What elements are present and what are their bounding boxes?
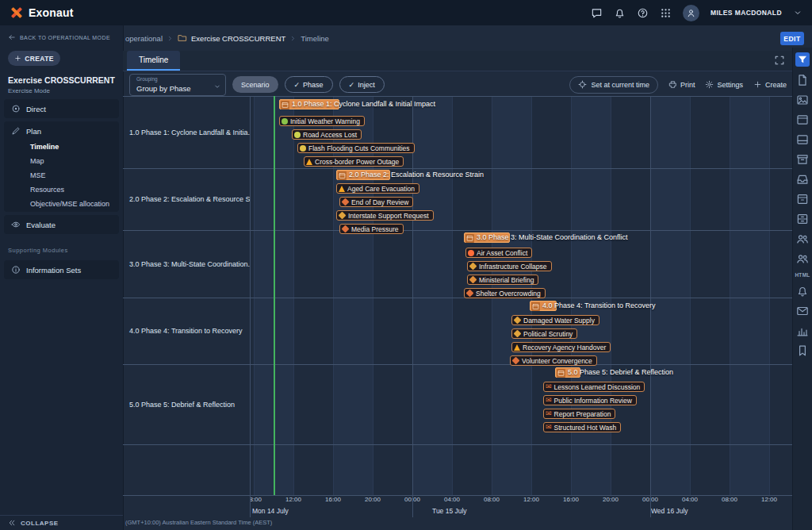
- phase-icon: [557, 369, 565, 378]
- inject-report-preparation[interactable]: ✉Report Preparation: [543, 409, 615, 419]
- inject-shelter-overcrowding[interactable]: Shelter Overcrowding: [464, 288, 546, 298]
- inject-initial-weather-warning[interactable]: Initial Weather Warning: [279, 116, 365, 126]
- sidebar-item-direct[interactable]: Direct: [4, 100, 119, 117]
- apps-grid-icon[interactable]: [660, 7, 672, 19]
- create-button[interactable]: CREATE: [8, 51, 60, 66]
- inject-cross-border-power-outage[interactable]: Cross-border Power Outage: [304, 156, 404, 167]
- image-icon[interactable]: [796, 94, 809, 106]
- notifications-bell-icon[interactable]: [614, 7, 626, 19]
- set-current-time-button[interactable]: Set at current time: [569, 76, 658, 94]
- info-icon: [11, 265, 21, 275]
- document-icon[interactable]: [796, 74, 809, 86]
- help-icon[interactable]: [637, 7, 649, 19]
- mail-icon[interactable]: [796, 305, 809, 317]
- tab-timeline[interactable]: Timeline: [127, 51, 180, 71]
- settings-button[interactable]: Settings: [705, 80, 743, 89]
- fullscreen-icon[interactable]: [774, 55, 785, 66]
- plus-icon: [753, 80, 762, 89]
- sidebar-item-map[interactable]: Map: [4, 154, 119, 168]
- warning-icon: [306, 159, 312, 165]
- inject-air-asset-conflict[interactable]: Air Asset Conflict: [465, 248, 532, 258]
- inject-political-scrutiny[interactable]: Political Scrutiny: [511, 328, 577, 339]
- inject-end-of-day-review[interactable]: End of Day Review: [339, 197, 413, 207]
- box-icon[interactable]: [796, 193, 809, 205]
- card-icon[interactable]: [796, 133, 809, 146]
- avatar[interactable]: [683, 5, 699, 21]
- inject-label: Structured Hot Wash: [554, 424, 617, 432]
- sidebar-item-plan[interactable]: Plan: [4, 122, 119, 140]
- sidebar-item-evaluate[interactable]: Evaluate: [4, 216, 119, 233]
- inject-structured-hot-wash[interactable]: ✉Structured Hot Wash: [543, 422, 621, 432]
- app-logo-text: Exonaut: [29, 6, 74, 19]
- inbox-icon[interactable]: [796, 173, 809, 186]
- inject-damaged-water-supply[interactable]: Damaged Water Supply: [511, 315, 599, 325]
- filter-chip-scenario[interactable]: Scenario: [232, 76, 278, 93]
- grid-line: [690, 96, 691, 495]
- inject-volunteer-convergence[interactable]: Volunteer Convergence: [510, 355, 597, 366]
- create-inject-button[interactable]: Create: [753, 80, 787, 89]
- chat-icon[interactable]: [591, 7, 603, 19]
- inject-label: Flash Flooding Cuts Communities: [308, 144, 410, 152]
- inject-label: Initial Weather Warning: [290, 117, 360, 125]
- inject-public-information-review[interactable]: ✉Public Information Review: [543, 395, 637, 405]
- inject-road-access-lost[interactable]: Road Access Lost: [292, 129, 362, 140]
- inject-lessons-learned-discussion[interactable]: ✉Lessons Learned Discussion: [543, 382, 645, 392]
- drawer-icon[interactable]: [796, 213, 809, 225]
- breadcrumb-root[interactable]: operational: [125, 34, 163, 43]
- inject-recovery-agency-handover[interactable]: Recovery Agency Handover: [511, 342, 611, 352]
- bookmark-icon[interactable]: [796, 344, 809, 357]
- day-stripe: [730, 96, 769, 495]
- html-icon[interactable]: HTML: [795, 272, 810, 278]
- panel-icon[interactable]: [796, 113, 809, 126]
- users-icon[interactable]: [796, 232, 809, 245]
- inject-status-icon: [282, 118, 288, 125]
- filter-chip-inject[interactable]: ✓Inject: [339, 76, 385, 93]
- inject-flash-flooding-cuts-communities[interactable]: Flash Flooding Cuts Communities: [297, 143, 415, 153]
- nav-section: Direct: [4, 99, 119, 118]
- time-tick-label: 16:00: [563, 496, 579, 503]
- inject-ministerial-briefing[interactable]: Ministerial Briefing: [467, 275, 538, 285]
- timeline-row-label: 1.0 Phase 1: Cyclone Landfall & Initia..…: [123, 96, 250, 168]
- inject-label: Lessons Learned Discussion: [554, 383, 641, 391]
- chart-icon[interactable]: [796, 325, 809, 337]
- filter-icon[interactable]: [795, 52, 810, 67]
- app: { "colors":{"accent_blue":"#2e6bd6","pha…: [0, 0, 812, 530]
- sidebar-item-resources[interactable]: Resources: [4, 182, 119, 197]
- create-label: Create: [765, 81, 787, 89]
- team-icon[interactable]: [796, 252, 809, 265]
- check-icon: ✓: [294, 81, 301, 89]
- inject-label: Air Asset Conflict: [477, 249, 527, 257]
- back-label: BACK TO OPERATIONAL MODE: [20, 35, 110, 40]
- chip-label: Inject: [358, 81, 375, 89]
- chevron-down-icon[interactable]: [793, 8, 802, 17]
- user-name[interactable]: MILES MACDONALD: [710, 9, 782, 17]
- archive-icon[interactable]: [796, 153, 809, 166]
- time-tick-label: 12:00: [523, 496, 539, 503]
- inject-label: End of Day Review: [351, 198, 408, 206]
- inject-aged-care-evacuation[interactable]: Aged Care Evacuation: [336, 183, 419, 194]
- grouping-select[interactable]: Grouping Group by Phase: [129, 74, 226, 96]
- inject-label: Media Pressure: [351, 225, 399, 233]
- filter-chip-phase[interactable]: ✓Phase: [285, 76, 333, 93]
- breadcrumb-exercise[interactable]: Exercise CROSSCURRENT: [191, 34, 285, 43]
- sidebar-item-timeline[interactable]: Timeline: [4, 140, 119, 154]
- sidebar-item-mse[interactable]: MSE: [4, 168, 119, 182]
- edit-button[interactable]: EDIT: [780, 32, 804, 45]
- print-button[interactable]: Print: [668, 80, 695, 89]
- time-tick-label: 20:00: [365, 496, 381, 503]
- phase-icon: [338, 171, 347, 180]
- sidebar-item-label: Evaluate: [26, 221, 56, 229]
- inject-interstate-support-request[interactable]: Interstate Support Request: [336, 210, 434, 221]
- inject-infrastructure-collapse[interactable]: Infrastructure Collapse: [467, 261, 552, 271]
- sidebar-nav: DirectPlanTimelineMapMSEResourcesObjecti…: [0, 99, 123, 234]
- back-to-operational-link[interactable]: BACK TO OPERATIONAL MODE: [0, 25, 123, 44]
- day-stripe: [650, 96, 690, 495]
- bell-icon[interactable]: [796, 285, 809, 298]
- sidebar-item-objective-mse-allocation[interactable]: Objective/MSE allocation: [4, 197, 119, 211]
- sidebar-item-information-sets[interactable]: Information Sets: [4, 261, 119, 278]
- inject-media-pressure[interactable]: Media Pressure: [339, 224, 404, 234]
- timeline-toolbar: Grouping Group by Phase Scenario✓Phase✓I…: [123, 73, 793, 96]
- settings-label: Settings: [717, 81, 743, 89]
- collapse-button[interactable]: COLLAPSE: [0, 515, 123, 530]
- day-separator: [412, 96, 413, 517]
